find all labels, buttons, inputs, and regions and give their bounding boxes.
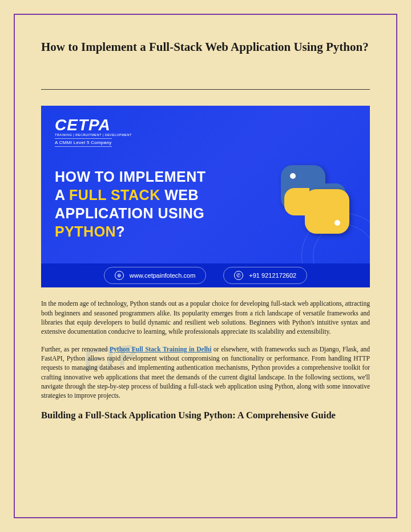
phone-icon: ✆: [234, 271, 243, 280]
hero-banner: CETPA TRAINING | RECRUITMENT | DEVELOPME…: [41, 106, 370, 287]
phone-text: +91 9212172602: [249, 272, 296, 279]
paragraph-2-post: or elsewhere, with frameworks such as Dj…: [41, 346, 370, 399]
logo-tagline: TRAINING | RECRUITMENT | DEVELOPMENT: [55, 133, 132, 137]
logo-text: CETPA: [55, 116, 132, 134]
training-link[interactable]: Python Full Stack Training in Delhi: [110, 346, 211, 353]
paragraph-2: Further, as per renowned Python Full Sta…: [41, 345, 370, 401]
logo-subtitle: A CMMI Level 5 Company: [55, 138, 112, 147]
headline-line-1: HOW TO IMPLEMENT: [55, 167, 206, 186]
horizontal-rule: [41, 89, 370, 90]
paragraph-2-pre: Further, as per renowned: [41, 346, 110, 353]
website-text: www.cetpainfotech.com: [130, 272, 196, 279]
banner-footer: ⊕ www.cetpainfotech.com ✆ +91 9212172602: [41, 263, 370, 287]
headline-line-3: APPLICATION USING: [55, 204, 206, 222]
website-pill: ⊕ www.cetpainfotech.com: [104, 267, 207, 284]
phone-pill: ✆ +91 9212172602: [223, 267, 307, 284]
page-title: How to Implement a Full-Stack Web Applic…: [41, 39, 370, 55]
paragraph-1: In the modern age of technology, Python …: [41, 299, 370, 336]
headline-line-2: A FULL STACK WEB: [55, 186, 206, 204]
subheading: Building a Full-Stack Application Using …: [41, 409, 370, 422]
python-logo-icon: [259, 155, 370, 246]
globe-icon: ⊕: [115, 271, 124, 280]
page-border: How to Implement a Full-Stack Web Applic…: [14, 14, 397, 518]
banner-headline: HOW TO IMPLEMENT A FULL STACK WEB APPLIC…: [55, 167, 206, 241]
banner-logo: CETPA TRAINING | RECRUITMENT | DEVELOPME…: [55, 116, 132, 147]
headline-line-4: PYTHON?: [55, 222, 206, 241]
page-background: How to Implement a Full-Stack Web Applic…: [0, 0, 411, 532]
